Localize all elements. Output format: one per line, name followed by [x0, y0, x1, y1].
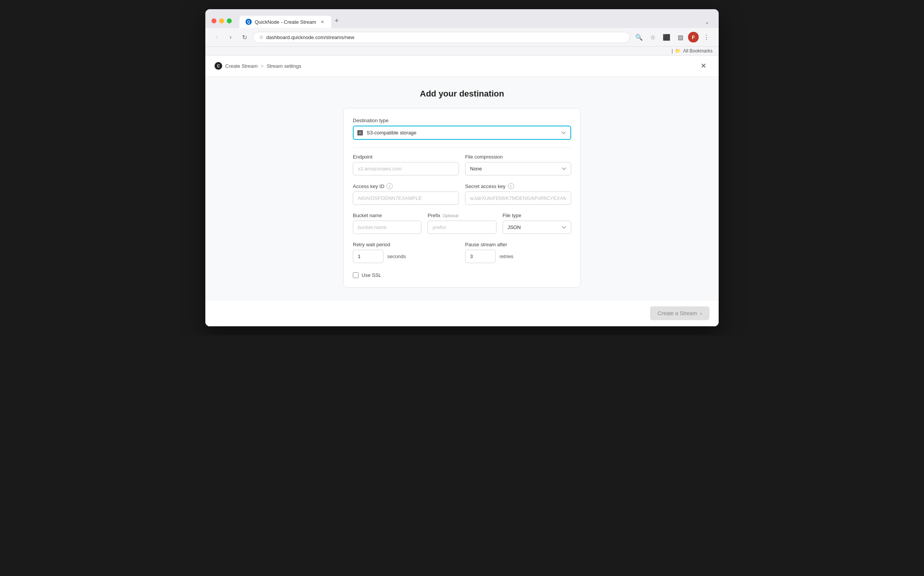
breadcrumb-stream-settings: Stream settings [267, 63, 301, 69]
access-key-id-input[interactable] [353, 191, 459, 205]
title-bar: Q QuickNode - Create Stream ✕ + ⌄ [205, 9, 719, 28]
form-divider [353, 147, 571, 148]
main-area: Add your destination Destination type 🅰 … [205, 77, 719, 300]
file-type-group: File type JSON CSV Parquet [503, 213, 571, 234]
sidebar-button[interactable]: ▨ [674, 31, 686, 43]
bucket-name-label: Bucket name [353, 213, 421, 218]
create-stream-arrow-icon: › [700, 310, 702, 316]
retry-wait-period-group: Retry wait period seconds [353, 242, 459, 263]
use-ssl-label[interactable]: Use SSL [362, 272, 381, 278]
keys-row: Access key ID i Secret access key i [353, 183, 571, 213]
new-tab-button[interactable]: + [331, 14, 342, 28]
file-compression-label: File compression [465, 154, 571, 160]
access-key-id-group: Access key ID i [353, 183, 459, 205]
destination-type-select[interactable]: S3-compatible storage [353, 126, 571, 140]
bookmark-button[interactable]: ☆ [647, 31, 659, 43]
bucket-prefix-filetype-row: Bucket name Prefix Optional [353, 213, 571, 242]
extensions-button[interactable]: ⬛ [660, 31, 673, 43]
secret-access-key-label: Secret access key i [465, 183, 571, 189]
use-ssl-checkbox[interactable] [353, 272, 359, 278]
create-stream-button[interactable]: Create a Stream › [650, 306, 709, 320]
retry-wait-period-input[interactable] [353, 250, 383, 263]
form-container: Add your destination Destination type 🅰 … [343, 89, 581, 288]
address-security-icon: ⊙ [259, 34, 263, 40]
prefix-group: Prefix Optional [428, 213, 496, 234]
access-key-id-label: Access key ID i [353, 183, 459, 189]
close-window-button[interactable] [211, 18, 216, 23]
bucket-name-group: Bucket name [353, 213, 421, 234]
minimize-window-button[interactable] [219, 18, 224, 23]
file-compression-group: File compression None GZIP Snappy [465, 154, 571, 175]
menu-button[interactable]: ⋮ [700, 31, 713, 43]
reload-button[interactable]: ↻ [239, 32, 250, 43]
page-content: C Create Stream > Stream settings ✕ Add … [205, 56, 719, 326]
url-text: dashboard.quicknode.com/streams/new [266, 34, 354, 40]
search-button[interactable]: 🔍 [633, 31, 645, 43]
endpoint-compression-row: Endpoint File compression None GZIP Snap… [353, 154, 571, 183]
bucket-name-input[interactable] [353, 221, 421, 234]
maximize-window-button[interactable] [227, 18, 232, 23]
destination-type-group: Destination type 🅰 S3-compatible storage [353, 118, 571, 140]
pause-stream-input[interactable] [465, 250, 496, 263]
breadcrumb-separator: > [261, 63, 264, 69]
all-bookmarks-label[interactable]: All Bookmarks [683, 48, 713, 54]
back-button[interactable]: ‹ [211, 32, 222, 43]
traffic-lights [211, 18, 232, 23]
breadcrumb-create-stream[interactable]: Create Stream [225, 63, 258, 69]
breadcrumb: C Create Stream > Stream settings [215, 62, 301, 70]
retry-pause-row: Retry wait period seconds Pause stream a… [353, 242, 571, 271]
endpoint-group: Endpoint [353, 154, 459, 175]
address-bar[interactable]: ⊙ dashboard.quicknode.com/streams/new [253, 32, 630, 43]
nav-actions: 🔍 ☆ ⬛ ▨ F ⋮ [633, 31, 713, 43]
bookmarks-bar: | 📁 All Bookmarks [205, 47, 719, 56]
active-tab[interactable]: Q QuickNode - Create Stream ✕ [239, 16, 331, 28]
bookmarks-divider: | [672, 48, 673, 54]
prefix-label: Prefix [428, 213, 440, 218]
pause-stream-group: Pause stream after retries [465, 242, 571, 263]
profile-button[interactable]: F [688, 32, 699, 43]
prefix-optional-label: Optional [443, 213, 459, 218]
destination-type-label: Destination type [353, 118, 571, 123]
secret-access-key-input[interactable] [465, 191, 571, 205]
pause-stream-label: Pause stream after [465, 242, 571, 247]
page-title: Add your destination [343, 89, 581, 99]
bookmarks-folder-icon: 📁 [675, 48, 681, 54]
page-footer: Create a Stream › [205, 300, 719, 326]
tab-list-button[interactable]: ⌄ [702, 16, 713, 28]
pause-stream-row: retries [465, 250, 571, 263]
file-type-select[interactable]: JSON CSV Parquet [503, 221, 571, 234]
tab-bar: Q QuickNode - Create Stream ✕ + ⌄ [239, 14, 713, 28]
create-stream-button-label: Create a Stream [658, 310, 697, 316]
endpoint-label: Endpoint [353, 154, 459, 160]
retry-wait-period-label: Retry wait period [353, 242, 459, 247]
prefix-input[interactable] [428, 221, 496, 234]
retry-unit-label: seconds [387, 254, 406, 259]
forward-button[interactable]: › [225, 32, 236, 43]
nav-bar: ‹ › ↻ ⊙ dashboard.quicknode.com/streams/… [205, 28, 719, 47]
quicknode-logo: C [215, 62, 222, 70]
close-page-button[interactable]: ✕ [698, 60, 709, 72]
page-header: C Create Stream > Stream settings ✕ [205, 56, 719, 77]
secret-access-key-group: Secret access key i [465, 183, 571, 205]
tab-favicon: Q [246, 19, 252, 25]
pause-unit-label: retries [500, 254, 513, 259]
form-card: Destination type 🅰 S3-compatible storage [343, 108, 581, 288]
prefix-label-container: Prefix Optional [428, 213, 496, 218]
access-key-id-info-icon[interactable]: i [387, 183, 393, 189]
tab-title: QuickNode - Create Stream [255, 19, 316, 25]
secret-access-key-info-icon[interactable]: i [508, 183, 514, 189]
retry-wait-period-row: seconds [353, 250, 459, 263]
use-ssl-row: Use SSL [353, 272, 571, 278]
browser-window: Q QuickNode - Create Stream ✕ + ⌄ ‹ › ↻ … [205, 9, 719, 326]
tab-close-button[interactable]: ✕ [319, 19, 325, 25]
file-type-label: File type [503, 213, 571, 218]
endpoint-input[interactable] [353, 162, 459, 175]
destination-type-select-wrapper: 🅰 S3-compatible storage [353, 126, 571, 140]
file-compression-select[interactable]: None GZIP Snappy [465, 162, 571, 175]
